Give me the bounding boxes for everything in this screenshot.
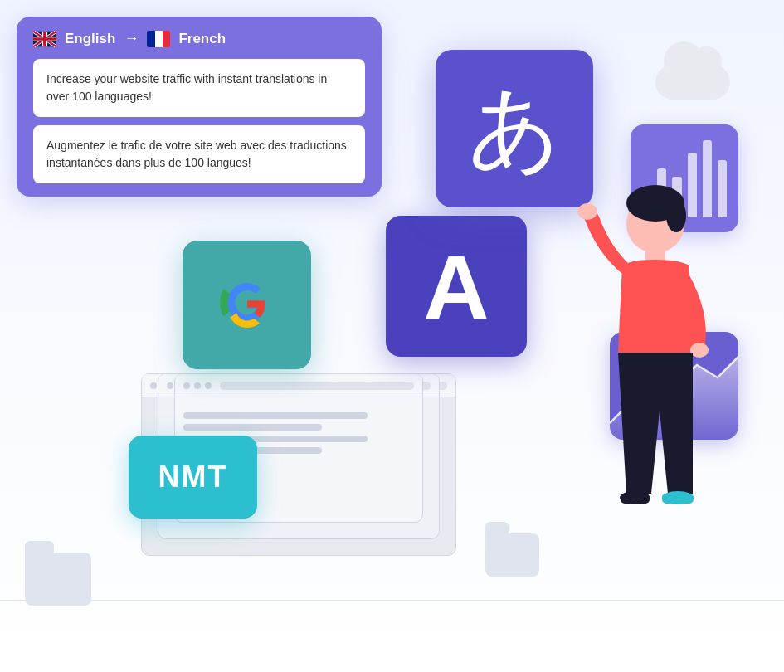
japanese-char: あ bbox=[468, 67, 562, 191]
svg-rect-8 bbox=[621, 494, 650, 504]
bar-6 bbox=[718, 160, 727, 217]
nmt-tile: NMT bbox=[129, 436, 257, 519]
google-logo bbox=[210, 268, 285, 343]
svg-point-10 bbox=[662, 491, 694, 504]
letter-a-tile: A bbox=[386, 216, 527, 357]
person-illustration bbox=[548, 178, 713, 593]
svg-point-6 bbox=[690, 343, 709, 358]
folder-right bbox=[485, 533, 539, 577]
main-scene: English → French Increase your website t… bbox=[0, 0, 784, 672]
translation-card: English → French Increase your website t… bbox=[17, 17, 382, 197]
translation-arrow: → bbox=[124, 30, 139, 47]
svg-point-5 bbox=[577, 203, 597, 220]
nmt-label: NMT bbox=[158, 460, 228, 494]
cloud-decoration bbox=[647, 46, 738, 100]
google-tile bbox=[183, 241, 311, 369]
folder-left bbox=[25, 553, 91, 606]
letter-a: A bbox=[423, 234, 489, 339]
french-text-box: Augmentez le trafic de votre site web av… bbox=[33, 125, 365, 183]
english-content: Increase your website traffic with insta… bbox=[46, 72, 327, 103]
french-content: Augmentez le trafic de votre site web av… bbox=[46, 139, 347, 169]
card-header: English → French bbox=[33, 30, 365, 47]
english-text-box: Increase your website traffic with insta… bbox=[33, 59, 365, 117]
uk-flag-icon bbox=[33, 31, 56, 47]
source-language-label: English bbox=[65, 31, 115, 47]
svg-point-3 bbox=[666, 199, 686, 232]
target-language-label: French bbox=[178, 31, 226, 47]
french-flag-icon bbox=[147, 31, 170, 47]
ground-line bbox=[0, 600, 784, 601]
